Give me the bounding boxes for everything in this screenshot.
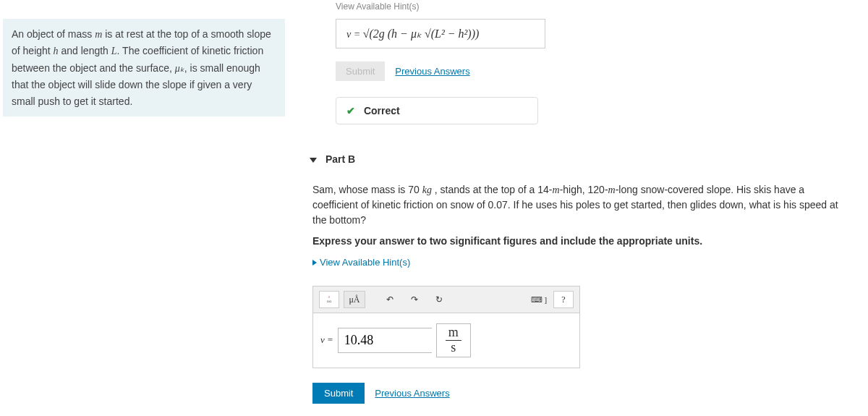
text: Sam, whose mass is 70 [312,184,422,195]
unit-m: m [553,184,560,195]
previous-answers-link-a[interactable]: Previous Answers [395,66,469,77]
feedback-correct: ✔ Correct [336,97,538,124]
units-button[interactable]: μÅ [344,291,365,308]
redo-button[interactable]: ↷ [404,291,425,308]
unit-numerator: m [446,326,461,341]
part-a-answer-area: v = √(2g (h − μₖ √(L² − h²))) Submit Pre… [310,12,867,124]
answer-prefix: v = [320,334,333,346]
undo-button[interactable]: ↶ [380,291,400,308]
text: -high, 120- [560,184,608,195]
keyboard-button[interactable]: ⌨ ] [529,291,549,308]
var-h: h [54,46,59,56]
text: , stands at the top of a 14- [432,184,553,195]
caret-right-icon [312,260,317,266]
hints-top-truncated: View Available Hint(s) [310,0,867,12]
answer-editor: ▫▫▫ μÅ ↶ ↷ ↻ ⌨ ] ? v = m s [312,286,580,368]
formula-body: √(2g (h − μₖ √(L² − h²))) [363,27,480,40]
hints-link-b[interactable]: View Available Hint(s) [312,255,852,270]
problem-statement: An object of mass m is at rest at the to… [3,19,285,116]
var-m: m [95,29,102,40]
help-button[interactable]: ? [553,291,574,308]
hints-text-cut: View Available Hint(s) [336,1,420,12]
instructions: Express your answer to two significant f… [312,234,852,249]
submit-row-b: Submit Previous Answers [312,383,852,404]
answer-units[interactable]: m s [436,323,471,357]
part-b-header[interactable]: Part B [310,153,867,165]
unit-denominator: s [446,341,461,355]
part-b-question: Sam, whose mass is 70 kg , stands at the… [312,182,852,228]
hints-text: View Available Hint(s) [320,257,410,268]
submit-row-a: Submit Previous Answers [336,61,867,81]
text: and length [59,45,111,56]
submit-button-b[interactable]: Submit [312,383,365,404]
templates-button[interactable]: ▫▫▫ [319,291,339,308]
editor-toolbar: ▫▫▫ μÅ ↶ ↷ ↻ ⌨ ] ? [313,286,579,313]
answer-row: v = m s [313,313,579,368]
previous-answers-link-b[interactable]: Previous Answers [375,388,449,399]
text: An object of mass [12,28,95,40]
correct-label: Correct [364,105,400,116]
reset-button[interactable]: ↻ [429,291,449,308]
unit-kg: kg [422,184,432,195]
chevron-down-icon [310,158,317,163]
part-b-body: Sam, whose mass is 70 kg , stands at the… [310,182,852,404]
formula-prefix: v = [346,29,363,40]
submit-button-a: Submit [336,61,385,81]
var-l: L [111,46,117,56]
var-mu: μₖ [175,63,184,74]
main-panel: View Available Hint(s) v = √(2g (h − μₖ … [310,0,867,404]
formula-display: v = √(2g (h − μₖ √(L² − h²))) [336,19,545,48]
check-icon: ✔ [346,105,355,116]
part-b-title: Part B [326,153,355,165]
unit-m: m [608,184,616,195]
answer-value-input[interactable] [338,328,432,353]
